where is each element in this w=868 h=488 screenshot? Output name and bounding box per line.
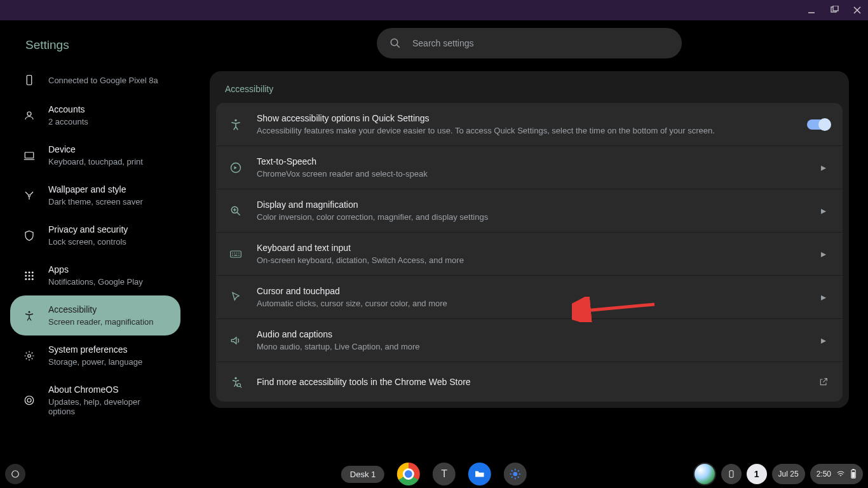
svg-point-23 [391, 39, 398, 46]
tts-icon [229, 161, 243, 175]
cursor-icon [229, 290, 243, 304]
settings-list: Show accessibility options in Quick Sett… [216, 103, 843, 402]
row-audio-captions[interactable]: Audio and captions Mono audio, startup, … [216, 319, 843, 362]
row-text-to-speech[interactable]: Text-to-Speech ChromeVox screen reader a… [216, 146, 843, 189]
sidebar-item-privacy[interactable]: Privacy and security Lock screen, contro… [10, 215, 180, 255]
sidebar-item-apps[interactable]: Apps Notifications, Google Play [10, 255, 180, 295]
svg-point-6 [27, 112, 31, 116]
svg-point-36 [232, 254, 233, 255]
maximize-button[interactable] [829, 4, 840, 16]
external-link-icon [817, 377, 830, 387]
content-area: Accessibility Show accessibility options… [191, 20, 868, 460]
svg-point-18 [32, 278, 34, 280]
row-cursor-touchpad[interactable]: Cursor and touchpad Automatic clicks, cu… [216, 276, 843, 319]
svg-point-44 [12, 471, 19, 478]
accessibility-card: Accessibility Show accessibility options… [210, 71, 849, 408]
battery-icon [850, 469, 857, 479]
section-title: Accessibility [210, 71, 849, 103]
row-title: Audio and captions [257, 329, 803, 339]
svg-point-14 [29, 274, 31, 276]
sidebar-item-system[interactable]: System preferences Storage, power, langu… [10, 336, 180, 376]
sidebar-item-about[interactable]: About ChromeOS Updates, help, developer … [10, 376, 180, 425]
webstore-icon [229, 375, 243, 389]
row-keyboard-text-input[interactable]: Keyboard and text input On-screen keyboa… [216, 233, 843, 276]
svg-line-28 [237, 212, 240, 215]
date-indicator[interactable]: Jul 25 [772, 464, 805, 484]
row-sub: Color inversion, color correction, magni… [257, 212, 803, 222]
search-bar[interactable] [377, 28, 682, 58]
row-sub: On-screen keyboard, dictation, Switch Ac… [257, 255, 803, 265]
svg-point-37 [238, 254, 240, 255]
account-icon [23, 109, 36, 122]
chevron-right-icon: ▸ [817, 334, 830, 346]
sidebar-item-sub: Dark theme, screen saver [48, 197, 143, 207]
chevron-right-icon: ▸ [817, 291, 830, 303]
svg-line-24 [397, 44, 400, 48]
sidebar-item-label: Apps [48, 264, 143, 274]
row-title: Display and magnification [257, 200, 803, 210]
gear-icon [23, 349, 36, 362]
shield-icon [23, 229, 36, 242]
minimize-button[interactable] [806, 4, 817, 16]
chevron-right-icon: ▸ [817, 248, 830, 260]
sidebar-item-accessibility[interactable]: Accessibility Screen reader, magnificati… [10, 295, 180, 336]
sidebar-item-sub: Keyboard, touchpad, print [48, 157, 143, 166]
sidebar-item-sub: 2 accounts [48, 117, 88, 126]
wifi-icon [836, 470, 845, 478]
sidebar-item-label: Accessibility [48, 304, 153, 315]
phone-hub-icon[interactable] [721, 464, 742, 484]
sidebar-item-label: Connected to Google Pixel 8a [48, 76, 158, 85]
row-title: Text-to-Speech [257, 156, 803, 166]
sidebar-item-sub: Notifications, Google Play [48, 277, 143, 287]
row-title: Keyboard and text input [257, 243, 803, 253]
app-title: Settings [10, 30, 180, 65]
svg-rect-2 [833, 6, 838, 11]
search-input[interactable] [412, 38, 669, 48]
sidebar-item-label: System preferences [48, 344, 142, 355]
svg-point-21 [25, 396, 34, 405]
sidebar-item-phone[interactable]: Connected to Google Pixel 8a [10, 65, 180, 95]
shelf-app-chrome[interactable] [397, 463, 420, 485]
launcher-button[interactable] [5, 464, 25, 484]
shelf-app-settings[interactable] [504, 463, 527, 485]
row-display-magnification[interactable]: Display and magnification Color inversio… [216, 189, 843, 233]
sidebar-item-accounts[interactable]: Accounts 2 accounts [10, 95, 180, 135]
svg-point-39 [234, 377, 236, 379]
svg-point-12 [32, 271, 34, 273]
sidebar-item-label: Privacy and security [48, 224, 128, 234]
accessibility-icon [229, 118, 243, 132]
close-button[interactable] [851, 4, 863, 16]
accessibility-icon [23, 309, 36, 322]
svg-line-41 [240, 386, 242, 388]
user-avatar[interactable] [693, 463, 716, 485]
sidebar-item-label: Accounts [48, 104, 88, 114]
svg-point-10 [25, 271, 27, 273]
sidebar-item-wallpaper[interactable]: Wallpaper and style Dark theme, screen s… [10, 175, 180, 215]
svg-point-32 [232, 252, 233, 254]
shelf-app-files[interactable] [468, 463, 491, 485]
row-quick-settings[interactable]: Show accessibility options in Quick Sett… [216, 103, 843, 146]
search-icon [390, 37, 401, 49]
svg-point-9 [29, 194, 31, 196]
svg-point-15 [32, 274, 34, 276]
row-webstore-link[interactable]: Find more accessibility tools in the Chr… [216, 362, 843, 402]
desk-indicator[interactable]: Desk 1 [341, 466, 384, 483]
svg-point-17 [29, 278, 31, 280]
magnify-icon [229, 204, 243, 218]
svg-rect-49 [852, 472, 855, 478]
toggle-quick-settings[interactable] [807, 119, 830, 130]
palette-icon [23, 189, 36, 202]
svg-point-34 [236, 252, 238, 254]
sidebar-item-label: Wallpaper and style [48, 184, 143, 194]
chevron-right-icon: ▸ [817, 161, 830, 173]
shelf-app-text[interactable]: T [433, 463, 456, 485]
svg-point-19 [29, 311, 31, 313]
svg-point-16 [25, 278, 27, 280]
svg-point-20 [28, 354, 31, 357]
chrome-icon [23, 394, 36, 407]
sidebar-item-sub: Screen reader, magnification [48, 317, 153, 327]
notification-badge[interactable]: 1 [747, 464, 767, 484]
status-tray[interactable]: 2:50 [810, 464, 863, 484]
shelf: Desk 1 T 1 Jul 25 2:50 [0, 460, 868, 488]
sidebar-item-device[interactable]: Device Keyboard, touchpad, print [10, 135, 180, 175]
